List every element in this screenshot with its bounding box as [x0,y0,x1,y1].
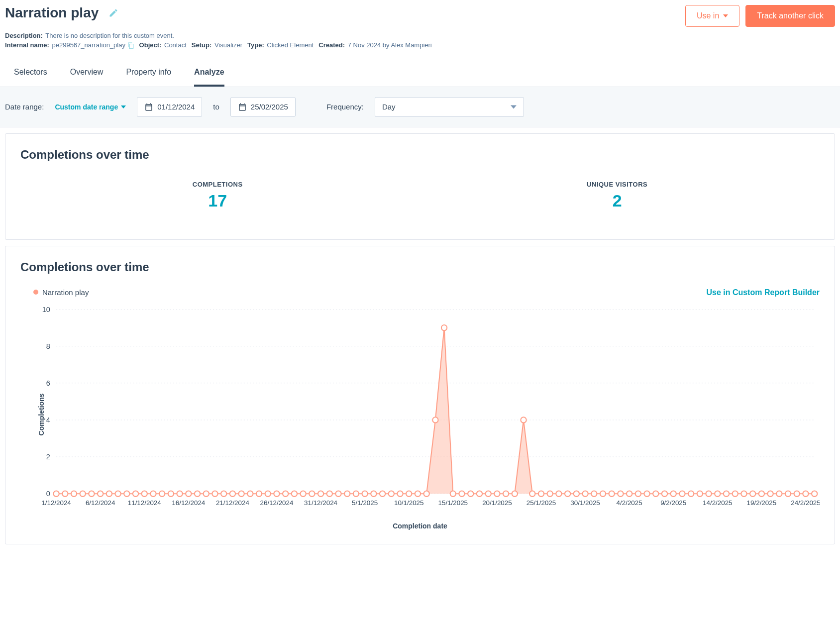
svg-point-53 [256,491,262,496]
svg-point-33 [80,491,86,496]
custom-report-link[interactable]: Use in Custom Report Builder [706,288,820,297]
svg-text:26/12/2024: 26/12/2024 [260,499,294,506]
internal-name-value: pe299567_narration_play [52,41,125,49]
svg-text:2: 2 [46,453,50,461]
svg-text:20/1/2025: 20/1/2025 [482,499,512,506]
svg-point-49 [221,491,226,496]
date-to-input[interactable]: 25/02/2025 [230,97,296,117]
frequency-value: Day [382,103,396,111]
svg-point-112 [776,491,782,496]
svg-point-106 [724,491,729,496]
svg-point-54 [265,491,271,496]
svg-point-116 [812,491,817,496]
svg-point-105 [715,491,720,496]
caret-down-icon [511,105,517,109]
page-title: Narration play [5,5,99,21]
svg-point-45 [186,491,191,496]
svg-point-107 [733,491,738,496]
date-range-label: Date range: [5,103,44,111]
svg-point-72 [424,491,429,496]
use-in-label: Use in [697,11,719,20]
svg-point-69 [397,491,403,496]
date-to-value: 25/02/2025 [251,103,288,111]
svg-point-51 [238,491,244,496]
legend-dot-icon [33,290,38,295]
svg-point-81 [503,491,509,496]
track-another-click-button[interactable]: Track another click [745,5,835,27]
svg-point-82 [512,491,518,496]
tab-overview[interactable]: Overview [70,68,104,87]
completions-chart: 02468101/12/20246/12/202411/12/202416/12… [20,299,820,519]
svg-text:24/2/2025: 24/2/2025 [791,499,820,506]
description-value: There is no description for this custom … [45,32,174,39]
tabs-nav: SelectorsOverviewProperty infoAnalyze [0,58,840,87]
date-range-value: Custom date range [55,103,118,111]
svg-point-76 [459,491,464,496]
svg-point-74 [441,325,447,330]
svg-point-46 [195,491,200,496]
completions-label: COMPLETIONS [193,181,243,188]
svg-point-47 [204,491,209,496]
svg-point-31 [62,491,68,496]
to-label: to [213,103,219,111]
frequency-select[interactable]: Day [375,97,524,117]
date-range-select[interactable]: Custom date range [55,103,126,111]
svg-text:6: 6 [46,379,50,387]
svg-text:11/12/2024: 11/12/2024 [128,499,162,506]
edit-icon[interactable] [108,8,118,18]
tab-property-info[interactable]: Property info [126,68,171,87]
svg-point-89 [574,491,579,496]
y-axis-label: Completions [37,394,45,436]
svg-point-94 [618,491,623,496]
svg-text:8: 8 [46,342,50,350]
calendar-icon [144,103,153,111]
caret-down-icon [723,13,728,18]
svg-point-110 [759,491,764,496]
svg-point-58 [300,491,306,496]
date-from-input[interactable]: 01/12/2024 [137,97,202,117]
svg-point-67 [380,491,385,496]
svg-point-75 [450,491,456,496]
chart-heading: Completions over time [20,260,820,274]
svg-point-92 [600,491,606,496]
toolbar: Date range: Custom date range 01/12/2024… [0,87,840,127]
svg-text:19/2/2025: 19/2/2025 [747,499,777,506]
description-label: Description: [5,32,43,39]
type-value: Clicked Element [267,41,314,49]
svg-point-104 [706,491,711,496]
svg-point-86 [547,491,553,496]
internal-name-label: Internal name: [5,41,49,49]
summary-card: Completions over time COMPLETIONS 17 UNI… [5,133,835,240]
summary-heading: Completions over time [20,148,820,162]
svg-point-84 [529,491,535,496]
svg-point-50 [230,491,235,496]
calendar-icon [238,103,247,111]
svg-point-39 [133,491,138,496]
svg-point-79 [486,491,491,496]
svg-point-91 [591,491,597,496]
svg-point-108 [741,491,746,496]
svg-point-37 [115,491,120,496]
svg-point-36 [106,491,112,496]
svg-point-102 [688,491,694,496]
legend-item: Narration play [33,288,89,297]
svg-text:1/12/2024: 1/12/2024 [41,499,71,506]
type-label: Type: [247,41,264,49]
svg-point-103 [697,491,703,496]
chart-card: Completions over time Narration play Use… [5,246,835,545]
svg-point-38 [124,491,129,496]
tab-analyze[interactable]: Analyze [194,68,224,87]
tab-selectors[interactable]: Selectors [14,68,47,87]
svg-text:0: 0 [46,490,50,498]
svg-point-41 [150,491,156,496]
svg-point-100 [671,491,676,496]
svg-point-30 [53,491,59,496]
svg-point-114 [794,491,800,496]
svg-text:14/2/2025: 14/2/2025 [703,499,733,506]
use-in-dropdown[interactable]: Use in [685,5,739,27]
copy-icon[interactable] [127,42,134,49]
svg-point-43 [168,491,174,496]
track-button-label: Track another click [757,11,824,20]
setup-value: Visualizer [214,41,242,49]
object-value: Contact [164,41,187,49]
